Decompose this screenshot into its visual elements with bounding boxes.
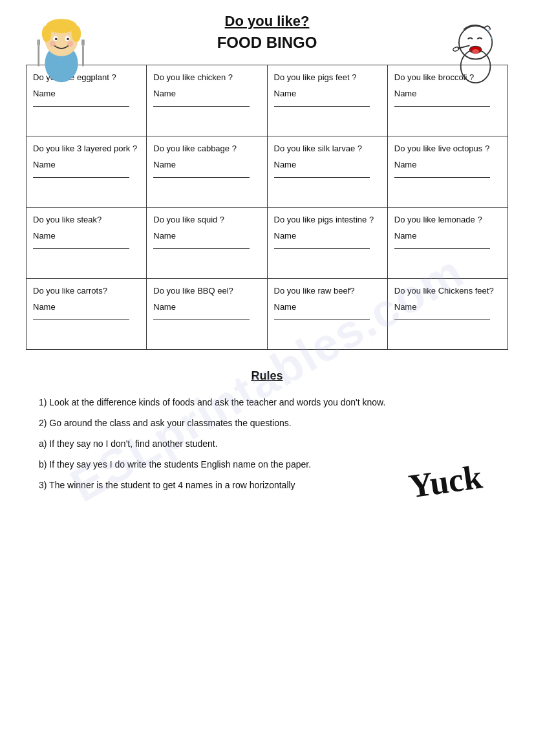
cell-name-line (153, 319, 250, 320)
svg-point-10 (67, 41, 73, 47)
header-center: Do you like? FOOD BINGO (217, 13, 317, 52)
cell-question: Do you like lemonade ? (394, 214, 501, 226)
cell-name-line (274, 248, 370, 249)
bingo-cell-r2-c0: Do you like steak? Name (27, 208, 147, 279)
bingo-cell-r3-c2: Do you like raw beef? Name (267, 279, 387, 350)
bingo-cell-r3-c0: Do you like carrots? Name (27, 279, 147, 350)
bingo-cell-r3-c3: Do you like Chickens feet? Name (387, 279, 507, 350)
cell-name-label: Name (274, 231, 381, 241)
bingo-cell-r1-c2: Do you like silk larvae ? Name (267, 136, 387, 208)
rule-item-2: a) If they say no I don't, find another … (39, 435, 508, 453)
cell-name-label: Name (153, 302, 260, 312)
cell-name-label: Name (394, 160, 501, 169)
cell-name-label: Name (274, 160, 381, 169)
svg-point-4 (72, 25, 81, 42)
page-subtitle: FOOD BINGO (217, 34, 317, 52)
cell-name-line (274, 177, 370, 178)
bingo-cell-r0-c2: Do you like pigs feet ? Name (267, 65, 387, 136)
bingo-cell-r2-c1: Do you like squid ? Name (147, 208, 267, 279)
cell-question: Do you like cabbage ? (153, 143, 260, 155)
bingo-table: Do you like eggplant ? Name Do you like … (26, 65, 508, 350)
svg-rect-11 (37, 45, 39, 66)
cell-name-line (274, 319, 370, 320)
character-right-icon (437, 13, 508, 84)
rules-section: Rules 1) Look at the difference kinds of… (26, 369, 508, 494)
cell-name-line (153, 106, 250, 107)
svg-point-7 (55, 38, 58, 41)
cell-question: Do you like raw beef? (274, 285, 381, 297)
page-title: Do you like? (217, 13, 317, 30)
cell-name-label: Name (153, 160, 260, 169)
cell-question: Do you like pigs feet ? (274, 72, 381, 83)
cell-question: Do you like BBQ eel? (153, 285, 260, 297)
svg-point-20 (459, 26, 492, 59)
bingo-cell-r2-c2: Do you like pigs intestine ? Name (267, 208, 387, 279)
cell-name-label: Name (33, 302, 140, 312)
bingo-cell-r1-c3: Do you like live octopus ? Name (387, 136, 507, 208)
svg-point-19 (461, 50, 491, 83)
svg-point-8 (67, 38, 69, 41)
cell-question: Do you like squid ? (153, 214, 260, 226)
cell-name-label: Name (394, 231, 501, 241)
cell-question: Do you like silk larvae ? (274, 143, 381, 155)
svg-point-3 (42, 25, 52, 42)
cell-name-line (33, 248, 129, 249)
cell-name-line (33, 177, 129, 178)
cell-question: Do you like carrots? (33, 285, 140, 297)
cell-name-label: Name (274, 89, 381, 98)
svg-point-9 (50, 41, 56, 47)
cell-question: Do you like live octopus ? (394, 143, 501, 155)
cell-name-label: Name (33, 231, 140, 241)
cell-name-label: Name (33, 89, 140, 98)
svg-rect-15 (82, 45, 84, 66)
cell-name-line (274, 106, 370, 107)
cell-name-label: Name (394, 89, 501, 98)
cell-question: Do you like steak? (33, 214, 140, 226)
cell-name-line (394, 177, 491, 178)
cell-question: Do you like chicken ? (153, 72, 260, 83)
cell-name-line (153, 177, 250, 178)
cell-name-line (33, 319, 129, 320)
bingo-cell-r0-c1: Do you like chicken ? Name (147, 65, 267, 136)
rule-item-0: 1) Look at the difference kinds of foods… (39, 393, 508, 411)
rules-title: Rules (26, 369, 508, 383)
bingo-cell-r2-c3: Do you like lemonade ? Name (387, 208, 507, 279)
bingo-cell-r1-c0: Do you like 3 layered pork ? Name (27, 136, 147, 208)
cell-name-label: Name (394, 302, 501, 312)
bingo-cell-r3-c1: Do you like BBQ eel? Name (147, 279, 267, 350)
cell-question: Do you like Chickens feet? (394, 285, 501, 297)
cell-question: Do you like pigs intestine ? (274, 214, 381, 226)
cell-name-line (394, 248, 491, 249)
svg-point-22 (472, 49, 479, 54)
cell-name-label: Name (153, 89, 260, 98)
rule-item-1: 2) Go around the class and ask your clas… (39, 414, 508, 432)
cell-name-line (394, 319, 491, 320)
cell-name-label: Name (153, 231, 260, 241)
bingo-cell-r1-c1: Do you like cabbage ? Name (147, 136, 267, 208)
cell-name-label: Name (33, 160, 140, 169)
cell-question: Do you like 3 layered pork ? (33, 143, 140, 155)
page-header: Do you like? FOOD BINGO (26, 13, 508, 52)
cell-name-line (153, 248, 250, 249)
character-left-icon (26, 13, 97, 84)
cell-name-label: Name (274, 302, 381, 312)
cell-name-line (33, 106, 129, 107)
svg-point-24 (453, 47, 459, 52)
cell-name-line (394, 106, 491, 107)
